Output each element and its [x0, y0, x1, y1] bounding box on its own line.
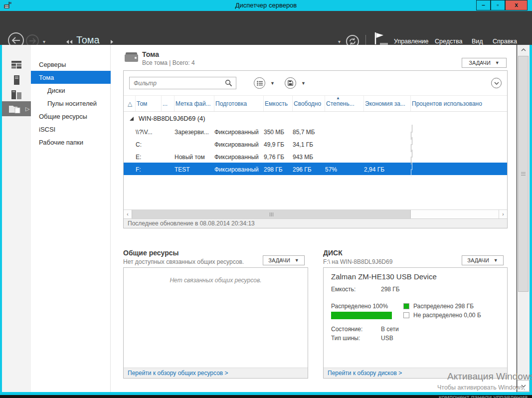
navigation-bar: ▾ Тома ▾ 1 Управление Средства Вид Справ…	[0, 11, 532, 45]
title-bar: Диспетчер серверов – ▫ x	[0, 0, 532, 11]
scroll-up-icon[interactable]	[518, 45, 530, 55]
column-header-capacity[interactable]: Емкость	[264, 96, 293, 111]
collapse-panel-icon[interactable]	[491, 78, 502, 88]
disk-tasks-button[interactable]: ЗАДАЧИ▼	[462, 255, 504, 265]
minimize-button[interactable]: –	[476, 0, 491, 10]
scroll-left-icon[interactable]: ‹	[124, 210, 132, 218]
volumes-tasks-button[interactable]: ЗАДАЧИ▼	[462, 58, 507, 68]
disk-title: ДИСК	[323, 249, 343, 257]
shares-subtitle: Нет доступных связанных общих ресурсов.	[123, 258, 244, 265]
volumes-rows: \\?\V... Зарезерви... Фиксированный 350 …	[124, 125, 507, 175]
disk-allocated-label: Распределено 100%	[331, 303, 388, 310]
disks-overview-link[interactable]: Перейти к обзору дисков >	[328, 370, 402, 377]
sidebar-item-volumes[interactable]: Тома	[31, 71, 111, 84]
all-servers-icon[interactable]	[2, 87, 31, 102]
shares-title: Общие ресурсы	[123, 249, 178, 257]
sidebar-item-work-folders[interactable]: Рабочие папки	[31, 136, 111, 149]
maximize-button[interactable]: ▫	[491, 0, 505, 10]
menu-tools[interactable]: Средства	[435, 38, 462, 45]
horizontal-scrollbar[interactable]: ‹ ›	[124, 209, 507, 218]
sidebar-item-storage-pools[interactable]: Пулы носителей	[31, 97, 111, 110]
allocated-legend-label: Распределено 298 ГБ	[413, 303, 474, 310]
disk-capacity-label: Емкость:	[331, 286, 355, 293]
volume-row-f-selected[interactable]: F: TEST Фиксированный 298 ГБ 296 ГБ 57% …	[124, 163, 507, 175]
activation-watermark-line1: Активация Windows	[447, 371, 532, 382]
sidebar-item-shares[interactable]: Общие ресурсы	[31, 110, 111, 123]
allocated-legend-swatch	[403, 303, 409, 309]
shares-overview-link[interactable]: Перейти к обзору общих ресурсов >	[128, 370, 228, 377]
save-query-dropdown-icon[interactable]: ▼	[301, 81, 306, 86]
column-header-dedup[interactable]: ▲Степень...	[325, 96, 364, 111]
shares-tasks-button[interactable]: ЗАДАЧИ▼	[263, 255, 305, 265]
disk-panel: Zalman ZM-HE130 USB Device Емкость: 298 …	[323, 267, 508, 379]
close-button[interactable]: x	[505, 0, 528, 10]
menu-view[interactable]: Вид	[472, 38, 483, 45]
shares-panel: Нет связанных общих ресурсов. Перейти к …	[123, 267, 308, 379]
volumes-title: Тома	[142, 50, 159, 58]
unallocated-legend-label: Не распределено 0,00 Б	[413, 312, 481, 319]
tasks-dropdown-icon: ▼	[495, 60, 500, 65]
disk-subtitle: F:\ на WIN-8B8DL9J6D69	[323, 258, 392, 265]
disk-bus-label: Тип шины:	[331, 335, 360, 342]
column-header-savings[interactable]: Экономия за...	[364, 96, 411, 111]
shares-empty-text: Нет связанных общих ресурсов.	[124, 277, 308, 284]
column-header-used-percent[interactable]: Процентов использовано	[411, 96, 507, 111]
dashboard-icon[interactable]	[2, 57, 31, 72]
search-icon[interactable]	[225, 79, 232, 89]
used-percent-bar	[411, 162, 412, 177]
save-query-icon[interactable]	[285, 77, 296, 89]
column-header-provisioning[interactable]: Подготовка	[214, 96, 264, 111]
menu-manage[interactable]: Управление	[394, 38, 429, 45]
file-storage-services-icon[interactable]: ▷	[2, 101, 31, 116]
volumes-status-bar: Последнее обновление в 08.08.2014 20:34:…	[124, 218, 507, 228]
server-manager-window: Диспетчер серверов – ▫ x ▾ Тома ▾	[0, 0, 532, 398]
filter-input[interactable]	[129, 77, 236, 89]
volumes-table-header: △ Том ... Метка фай... Подготовка Емкост…	[124, 95, 507, 112]
alerts-column-header[interactable]: △	[124, 96, 136, 111]
refresh-dropdown-icon[interactable]: ▾	[338, 39, 341, 44]
disk-device-name: Zalman ZM-HE130 USB Device	[331, 272, 437, 281]
filter-list-dropdown-icon[interactable]: ▼	[270, 81, 275, 86]
disk-allocated-bar	[331, 312, 392, 319]
column-header-dots[interactable]: ...	[162, 96, 175, 111]
volume-row-system-reserved[interactable]: \\?\V... Зарезерви... Фиксированный 350 …	[124, 125, 507, 138]
window-border-right	[530, 45, 532, 392]
sidebar-item-disks[interactable]: Диски	[31, 84, 111, 97]
sort-ascending-icon: ▲	[336, 96, 340, 100]
volumes-panel: ▼ ▼ △ Том ... Метка фай... Подготовка Ем…	[123, 70, 508, 228]
menu-help[interactable]: Справка	[493, 38, 517, 45]
disk-bus-value: USB	[381, 335, 393, 342]
window-title: Диспетчер серверов	[0, 1, 532, 9]
activation-watermark-line3: компонент панели управления	[439, 394, 528, 398]
disk-state-label: Состояние:	[331, 326, 362, 333]
horizontal-scroll-thumb[interactable]	[132, 210, 411, 218]
breadcrumb-back-chevrons	[66, 40, 72, 44]
collapse-group-icon[interactable]	[130, 117, 134, 121]
scope-icon-strip: ▷	[2, 45, 31, 392]
tasks-dropdown-icon: ▼	[295, 258, 299, 263]
filter-list-icon[interactable]	[254, 77, 265, 89]
history-dropdown-icon[interactable]: ▾	[43, 39, 45, 44]
vertical-scroll-thumb[interactable]	[518, 56, 529, 292]
column-header-volume[interactable]: Том	[136, 96, 162, 111]
warning-triangle-icon: △	[128, 100, 132, 107]
unallocated-legend-swatch	[403, 312, 409, 318]
column-header-free[interactable]: Свободно	[293, 96, 325, 111]
breadcrumb[interactable]: Тома	[76, 34, 100, 46]
column-header-label[interactable]: Метка фай...	[175, 96, 214, 111]
tasks-dropdown-icon: ▼	[494, 258, 498, 263]
server-group-row[interactable]: WIN-8B8DL9J6D69 (4)	[124, 112, 507, 125]
activation-watermark-line2: Чтобы активировать Windows,	[437, 384, 525, 391]
disk-capacity-value: 298 ГБ	[381, 286, 400, 293]
sidebar-item-iscsi[interactable]: iSCSI	[31, 123, 111, 136]
disk-state-value: В сети	[381, 326, 399, 333]
expand-strip-icon[interactable]: ▷	[25, 106, 29, 112]
local-server-icon[interactable]	[2, 72, 31, 87]
volumes-subtitle: Все тома | Всего: 4	[142, 59, 195, 66]
volume-row-e[interactable]: E: Новый том Фиксированный 9,76 ГБ 943 М…	[124, 150, 507, 163]
volume-row-c[interactable]: C: Фиксированный 49,9 ГБ 34,1 ГБ	[124, 138, 507, 150]
breadcrumb-forward-chevron[interactable]	[111, 40, 113, 44]
sidebar-item-servers[interactable]: Серверы	[31, 58, 111, 71]
scroll-right-icon[interactable]: ›	[499, 210, 507, 218]
